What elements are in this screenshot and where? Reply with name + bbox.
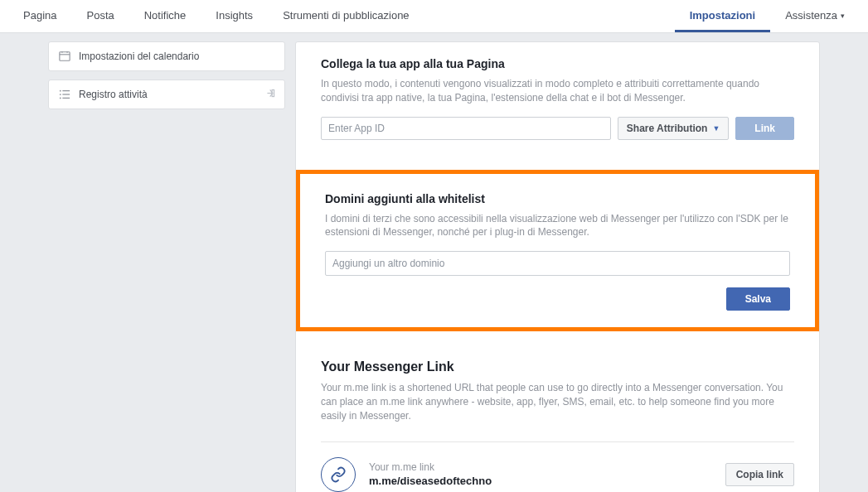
whitelist-section: Domini aggiunti alla whitelist I domini … bbox=[296, 170, 819, 332]
sidebar: Impostazioni del calendario Registro att… bbox=[48, 41, 285, 492]
whitelist-title: Domini aggiunti alla whitelist bbox=[325, 192, 790, 205]
nav-strumenti[interactable]: Strumenti di pubblicazione bbox=[268, 0, 424, 32]
calendar-icon bbox=[59, 51, 70, 62]
svg-point-4 bbox=[60, 90, 61, 92]
list-icon bbox=[59, 89, 70, 100]
chevron-down-icon: ▾ bbox=[841, 12, 845, 20]
svg-point-8 bbox=[60, 98, 61, 99]
nav-left: Pagina Posta Notifiche Insights Strument… bbox=[8, 0, 424, 32]
link-icon bbox=[321, 457, 356, 492]
page-body: Impostazioni del calendario Registro att… bbox=[0, 33, 868, 492]
link-app-section: Collega la tua app alla tua Pagina In qu… bbox=[296, 42, 819, 157]
main-panel: Collega la tua app alla tua Pagina In qu… bbox=[295, 41, 820, 492]
share-attribution-dropdown[interactable]: Share Attribution ▼ bbox=[618, 117, 729, 140]
messenger-link-label: Your m.me link bbox=[369, 461, 712, 473]
sidebar-item-label: Registro attività bbox=[79, 89, 148, 100]
sidebar-item-activity[interactable]: Registro attività bbox=[48, 80, 285, 109]
whitelist-desc: I domini di terzi che sono accessibili n… bbox=[325, 212, 790, 240]
link-app-title: Collega la tua app alla tua Pagina bbox=[321, 57, 794, 70]
whitelist-save-row: Salva bbox=[325, 287, 790, 311]
messenger-link-row: Your m.me link m.me/diseasedoftechno Cop… bbox=[296, 442, 819, 492]
messenger-link-text: Your m.me link m.me/diseasedoftechno bbox=[369, 461, 712, 487]
nav-insights[interactable]: Insights bbox=[201, 0, 268, 32]
top-nav: Pagina Posta Notifiche Insights Strument… bbox=[0, 0, 868, 33]
messenger-link-section: Your Messenger Link Your m.me link is a … bbox=[296, 345, 819, 441]
share-attribution-label: Share Attribution bbox=[627, 123, 708, 134]
chevron-down-icon: ▼ bbox=[712, 124, 720, 133]
nav-notifiche[interactable]: Notifiche bbox=[129, 0, 201, 32]
sidebar-item-calendar[interactable]: Impostazioni del calendario bbox=[48, 41, 285, 71]
whitelist-domain-input[interactable] bbox=[325, 251, 790, 276]
save-button[interactable]: Salva bbox=[726, 287, 790, 311]
link-app-desc: In questo modo, i contenuti vengono visu… bbox=[321, 77, 794, 105]
svg-rect-7 bbox=[62, 94, 70, 94]
link-app-row: Share Attribution ▼ Link bbox=[321, 117, 794, 140]
nav-right: Impostazioni Assistenza ▾ bbox=[675, 0, 860, 32]
nav-impostazioni[interactable]: Impostazioni bbox=[675, 0, 770, 32]
app-id-input[interactable] bbox=[321, 117, 611, 140]
nav-assistenza[interactable]: Assistenza ▾ bbox=[770, 0, 860, 32]
messenger-link-title: Your Messenger Link bbox=[321, 359, 794, 374]
arrow-right-icon bbox=[265, 88, 276, 101]
svg-rect-5 bbox=[62, 90, 70, 91]
nav-pagina[interactable]: Pagina bbox=[8, 0, 71, 32]
sidebar-item-label: Impostazioni del calendario bbox=[79, 51, 199, 62]
svg-point-6 bbox=[60, 94, 61, 95]
link-button[interactable]: Link bbox=[735, 117, 794, 140]
svg-rect-9 bbox=[62, 98, 70, 99]
messenger-link-desc: Your m.me link is a shortened URL that p… bbox=[321, 381, 794, 422]
copy-link-button[interactable]: Copia link bbox=[725, 463, 794, 486]
messenger-link-url: m.me/diseasedoftechno bbox=[369, 475, 712, 487]
nav-assistenza-label: Assistenza bbox=[785, 9, 837, 22]
svg-rect-0 bbox=[60, 52, 70, 61]
nav-posta[interactable]: Posta bbox=[71, 0, 129, 32]
